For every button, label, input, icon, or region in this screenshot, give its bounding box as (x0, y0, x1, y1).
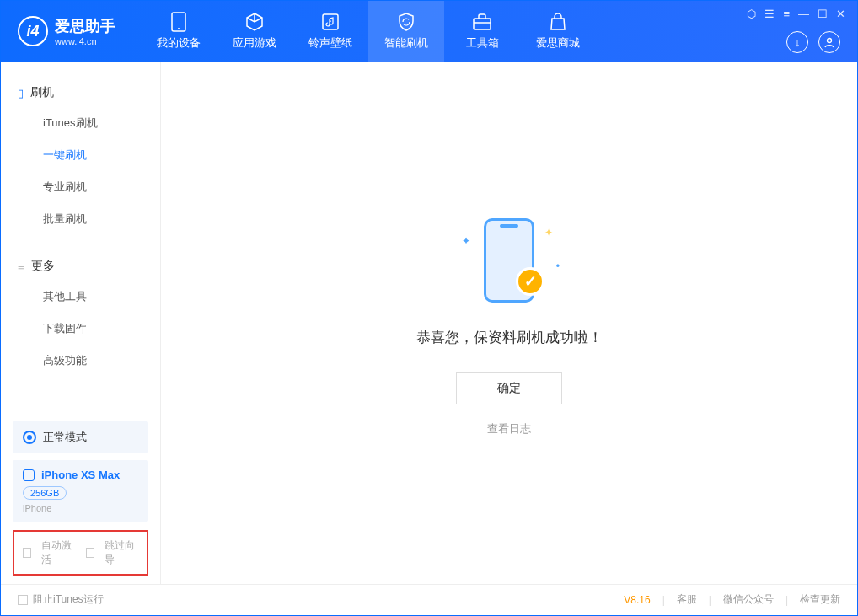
sidebar-bottom: 正常模式 iPhone XS Max 256GB iPhone 自动激活 跳过向… (1, 415, 160, 584)
cube-icon (244, 12, 265, 32)
block-itunes-label: 阻止iTunes运行 (33, 592, 104, 607)
sparkle-icon: ✦ (544, 227, 553, 238)
sidebar-section-flash: ▯ 刷机 iTunes刷机 一键刷机 专业刷机 批量刷机 (1, 62, 160, 235)
logo-area: i4 爱思助手 www.i4.cn (18, 16, 115, 46)
success-illustration: ✓ ✦ ✦ • (458, 210, 560, 311)
tab-ringtones[interactable]: 铃声壁纸 (292, 1, 368, 62)
device-type: iPhone (23, 503, 138, 513)
toolbox-icon (472, 12, 492, 32)
sidebar-item-pro-flash[interactable]: 专业刷机 (1, 171, 160, 203)
sidebar-header-flash: ▯ 刷机 (1, 78, 160, 107)
sparkle-icon: • (556, 260, 560, 272)
sidebar-item-download-firmware[interactable]: 下载固件 (1, 313, 160, 345)
sidebar-item-advanced[interactable]: 高级功能 (1, 345, 160, 377)
auto-activate-checkbox[interactable] (23, 548, 31, 558)
maximize-button[interactable]: ☐ (818, 8, 828, 20)
sidebar-item-itunes-flash[interactable]: iTunes刷机 (1, 107, 160, 139)
sparkle-icon: ✦ (462, 235, 470, 247)
app-title: 爱思助手 (55, 16, 115, 36)
device-mode-box[interactable]: 正常模式 (13, 421, 148, 453)
ok-button[interactable]: 确定 (456, 372, 562, 404)
list-icon[interactable]: ☰ (764, 8, 775, 20)
footer-left: 阻止iTunes运行 (18, 592, 104, 607)
window-controls: ⬡ ☰ ≡ — ☐ ✕ (747, 8, 845, 20)
svg-rect-2 (323, 14, 338, 29)
main-content: ✓ ✦ ✦ • 恭喜您，保资料刷机成功啦！ 确定 查看日志 (161, 62, 857, 584)
shirt-icon[interactable]: ⬡ (747, 8, 756, 20)
status-dot-icon (23, 431, 36, 444)
success-message: 恭喜您，保资料刷机成功啦！ (416, 328, 603, 347)
footer-link-wechat[interactable]: 微信公众号 (723, 592, 774, 607)
shield-refresh-icon (396, 12, 416, 32)
tab-store[interactable]: 爱思商城 (520, 1, 596, 62)
tab-my-device[interactable]: 我的设备 (141, 1, 217, 62)
skip-guide-checkbox[interactable] (86, 548, 94, 558)
logo-text: 爱思助手 www.i4.cn (55, 16, 115, 46)
tab-smart-flash[interactable]: 智能刷机 (368, 1, 444, 62)
bag-icon (548, 12, 568, 32)
close-button[interactable]: ✕ (836, 8, 845, 20)
view-log-link[interactable]: 查看日志 (487, 421, 531, 437)
footer-right: V8.16 | 客服 | 微信公众号 | 检查更新 (624, 592, 840, 607)
tab-apps-games[interactable]: 应用游戏 (217, 1, 292, 62)
tab-toolbox[interactable]: 工具箱 (444, 1, 520, 62)
version-label: V8.16 (624, 594, 650, 606)
footer-link-update[interactable]: 检查更新 (800, 592, 840, 607)
sidebar-item-other-tools[interactable]: 其他工具 (1, 281, 160, 313)
music-icon (320, 12, 341, 32)
device-info-box[interactable]: iPhone XS Max 256GB iPhone (13, 460, 148, 522)
skip-guide-label: 跳过向导 (105, 538, 138, 567)
phone-small-icon (23, 469, 35, 481)
auto-activate-label: 自动激活 (41, 538, 75, 567)
app-body: ▯ 刷机 iTunes刷机 一键刷机 专业刷机 批量刷机 ≡ 更多 其他工具 下… (1, 62, 857, 584)
sidebar-item-oneclick-flash[interactable]: 一键刷机 (1, 139, 160, 171)
check-badge-icon: ✓ (516, 267, 544, 296)
svg-rect-3 (474, 19, 491, 29)
app-header: i4 爱思助手 www.i4.cn 我的设备 应用游戏 铃声壁纸 智能刷机 工具… (1, 1, 857, 62)
footer-link-support[interactable]: 客服 (677, 592, 697, 607)
menu-icon[interactable]: ≡ (783, 8, 790, 20)
sidebar-section-more: ≡ 更多 其他工具 下载固件 高级功能 (1, 235, 160, 377)
device-name: iPhone XS Max (41, 469, 120, 481)
footer: 阻止iTunes运行 V8.16 | 客服 | 微信公众号 | 检查更新 (1, 584, 857, 614)
svg-point-4 (828, 39, 832, 43)
block-itunes-checkbox[interactable] (18, 595, 28, 605)
svg-point-1 (178, 28, 180, 29)
sidebar: ▯ 刷机 iTunes刷机 一键刷机 专业刷机 批量刷机 ≡ 更多 其他工具 下… (1, 62, 161, 584)
options-bar: 自动激活 跳过向导 (13, 530, 148, 576)
sidebar-header-more: ≡ 更多 (1, 252, 160, 281)
header-actions: ↓ (786, 31, 840, 53)
phone-icon (169, 12, 189, 32)
minimize-button[interactable]: — (798, 8, 809, 20)
user-icon[interactable] (818, 31, 840, 53)
download-icon[interactable]: ↓ (786, 31, 808, 53)
main-tabs: 我的设备 应用游戏 铃声壁纸 智能刷机 工具箱 爱思商城 (141, 1, 596, 62)
app-subtitle: www.i4.cn (55, 36, 115, 46)
logo-icon: i4 (18, 16, 48, 46)
device-storage-badge: 256GB (23, 486, 67, 500)
device-icon: ▯ (18, 87, 24, 99)
device-mode-label: 正常模式 (43, 430, 87, 445)
list-icon: ≡ (18, 260, 24, 273)
sidebar-item-batch-flash[interactable]: 批量刷机 (1, 203, 160, 235)
